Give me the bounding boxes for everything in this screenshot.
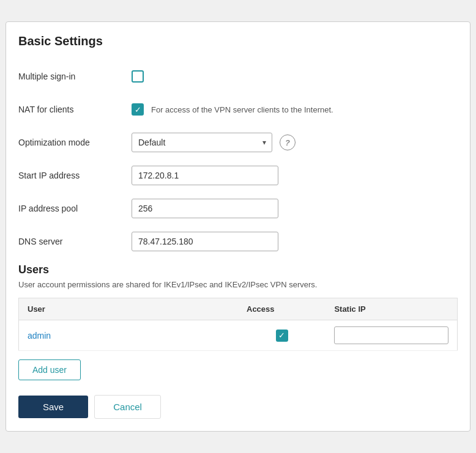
ip-pool-wrapper [132, 199, 278, 218]
nat-for-clients-row: NAT for clients ✓ For access of the VPN … [18, 98, 458, 120]
start-ip-input[interactable] [132, 166, 278, 185]
dns-server-label: DNS server [18, 237, 132, 246]
col-header-user: User [19, 298, 239, 320]
access-checkbox[interactable]: ✓ [276, 330, 288, 342]
basic-settings-title: Basic Settings [18, 34, 458, 53]
start-ip-label: Start IP address [18, 171, 132, 180]
users-table: User Access Static IP admin ✓ [18, 298, 458, 351]
table-row: admin ✓ [19, 320, 458, 351]
save-button[interactable]: Save [18, 396, 88, 418]
static-ip-input[interactable] [334, 326, 448, 344]
start-ip-wrapper [132, 166, 278, 185]
nat-description: For access of the VPN server clients to … [151, 105, 333, 114]
optimization-mode-row: Optimization mode Default Throughput Lat… [18, 131, 458, 153]
access-cell: ✓ [238, 320, 325, 351]
ip-pool-input[interactable] [132, 199, 278, 218]
table-header-row: User Access Static IP [19, 298, 458, 320]
users-section-title: Users [18, 263, 458, 276]
user-cell: admin [19, 320, 239, 351]
nat-for-clients-label: NAT for clients [18, 105, 132, 114]
multiple-signin-row: Multiple sign-in [18, 65, 458, 87]
multiple-signin-label: Multiple sign-in [18, 72, 132, 81]
dns-server-row: DNS server [18, 230, 458, 252]
optimization-mode-select-wrapper: Default Throughput Latency Economy ▾ [132, 133, 272, 152]
nat-for-clients-checkbox[interactable]: ✓ [132, 103, 144, 116]
users-section-description: User account permissions are shared for … [18, 280, 458, 289]
start-ip-row: Start IP address [18, 164, 458, 186]
add-user-button[interactable]: Add user [18, 359, 81, 380]
checkmark-icon: ✓ [135, 106, 141, 114]
col-header-static-ip: Static IP [325, 298, 457, 320]
col-header-access: Access [238, 298, 325, 320]
dns-server-input[interactable] [132, 232, 278, 251]
footer-buttons: Save Cancel [18, 395, 458, 419]
optimization-mode-label: Optimization mode [18, 138, 132, 147]
dns-server-wrapper [132, 232, 278, 251]
user-admin-link[interactable]: admin [28, 331, 51, 341]
access-checkmark-icon: ✓ [278, 331, 285, 339]
optimization-mode-select[interactable]: Default Throughput Latency Economy [132, 133, 272, 152]
settings-panel: Basic Settings Multiple sign-in NAT for … [6, 21, 470, 432]
ip-pool-label: IP address pool [18, 204, 132, 213]
cancel-button[interactable]: Cancel [94, 395, 161, 419]
ip-pool-row: IP address pool [18, 197, 458, 219]
static-ip-cell [325, 320, 457, 351]
multiple-signin-checkbox[interactable] [132, 70, 144, 83]
help-icon[interactable]: ? [280, 134, 296, 150]
